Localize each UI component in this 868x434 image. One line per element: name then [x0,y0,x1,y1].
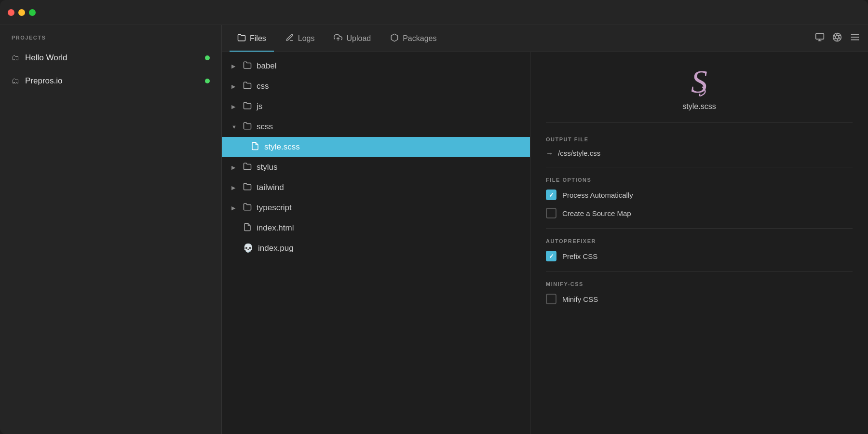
tab-files[interactable]: Files [230,25,274,52]
project-name: Hello World [25,53,199,63]
divider [546,271,853,271]
tree-item-label: css [257,81,520,91]
option-label: Create a Source Map [562,209,631,217]
folder-icon [243,61,252,71]
autoprefixer-label: AUTOPREFIXER [546,238,853,244]
right-panel: Files Logs Upload Packages [222,25,868,434]
sidebar: PROJECTS 🗂 Hello World 🗂 Prepros.io [0,25,222,434]
option-label: Prefix CSS [562,252,597,260]
chevron-down-icon: ▼ [231,124,238,130]
list-item[interactable]: ▼ scss [222,117,530,137]
file-preview: S style.scss [546,64,853,123]
tree-item-label: stylus [257,163,520,172]
checkbox-source-map[interactable] [546,208,556,218]
tree-item-label: style.scss [264,142,520,152]
sidebar-item-prepros[interactable]: 🗂 Prepros.io [0,69,221,93]
file-preview-name: style.scss [682,102,716,111]
html-file-icon [243,223,252,233]
option-label: Process Automatically [562,191,633,199]
list-item[interactable]: ▶ style.scss [222,137,530,157]
sidebar-item-hello-world[interactable]: 🗂 Hello World [0,46,221,69]
folder-icon [243,182,252,193]
option-label: Minify CSS [562,295,598,303]
tab-packages[interactable]: Packages [382,25,444,52]
list-item[interactable]: ▶ 💀 index.pug [222,238,530,258]
folder-icon [243,81,252,92]
folder-icon: 🗂 [12,77,19,85]
status-dot [205,55,210,60]
tab-logs-label: Logs [298,34,315,43]
menu-icon[interactable] [850,32,860,45]
tree-item-label: typescript [257,203,520,213]
maximize-button[interactable] [29,9,36,16]
project-name: Prepros.io [25,76,199,86]
chevron-right-icon: ▶ [231,164,238,171]
list-item[interactable]: ▶ stylus [222,157,530,177]
titlebar [0,0,868,25]
tab-packages-label: Packages [403,34,436,43]
tab-logs[interactable]: Logs [278,25,323,52]
content-area: ▶ babel ▶ css ▶ [222,52,868,434]
minimize-button[interactable] [18,9,25,16]
folder-icon [243,101,252,112]
svg-rect-1 [816,34,824,40]
magic-icon[interactable] [832,32,842,44]
tab-upload[interactable]: Upload [326,25,379,52]
list-item[interactable]: ▶ js [222,96,530,117]
tab-upload-label: Upload [346,34,371,43]
chevron-right-icon: ▶ [231,185,238,191]
details-panel: S style.scss OUTPUT FILE → /css/style.cs… [530,52,868,434]
tabs-right-buttons [815,25,860,52]
list-item[interactable]: ▶ babel [222,56,530,76]
chevron-right-icon: ▶ [231,205,238,211]
file-tree: ▶ babel ▶ css ▶ [222,52,530,434]
divider [546,167,853,167]
tree-item-label: js [257,102,520,111]
output-path: /css/style.css [558,149,600,157]
folder-icon [243,203,252,213]
output-file-row: → /css/style.css [546,149,853,157]
minify-label: MINIFY-CSS [546,281,853,287]
checkbox-minify-css[interactable] [546,294,556,304]
main-layout: PROJECTS 🗂 Hello World 🗂 Prepros.io File… [0,25,868,434]
chevron-right-icon: ▶ [231,104,238,110]
option-source-map[interactable]: Create a Source Map [546,208,853,218]
pen-icon [285,33,294,44]
chevron-right-icon: ▶ [231,83,238,90]
traffic-lights [8,9,36,16]
tree-item-label: index.html [257,223,520,233]
tree-item-label: scss [257,122,520,132]
sidebar-header: PROJECTS [0,25,221,46]
folder-icon [243,162,252,173]
pug-file-icon: 💀 [243,243,253,253]
folder-icon [243,122,252,132]
option-process-auto[interactable]: Process Automatically [546,190,853,200]
cloud-icon [334,33,342,44]
tabs-bar: Files Logs Upload Packages [222,25,868,52]
option-minify-css[interactable]: Minify CSS [546,294,853,304]
list-item[interactable]: ▶ index.html [222,218,530,238]
folder-icon: 🗂 [12,54,19,62]
arrow-right-icon: → [546,149,553,157]
tree-item-label: babel [257,61,520,71]
tree-item-label: index.pug [258,244,520,253]
list-item[interactable]: ▶ tailwind [222,177,530,198]
tab-files-label: Files [250,34,266,43]
status-dot [205,79,210,83]
scss-file-icon [251,142,259,152]
divider [546,228,853,229]
scss-logo: S [680,64,719,102]
chevron-right-icon: ▶ [231,63,238,69]
list-item[interactable]: ▶ typescript [222,198,530,218]
checkbox-process-auto[interactable] [546,190,556,200]
box-icon [390,33,399,44]
checkbox-prefix-css[interactable] [546,251,556,261]
close-button[interactable] [8,9,14,16]
option-prefix-css[interactable]: Prefix CSS [546,251,853,261]
output-file-label: OUTPUT FILE [546,136,853,142]
file-options-label: FILE OPTIONS [546,177,853,183]
tree-item-label: tailwind [257,183,520,192]
save-icon[interactable] [815,32,825,44]
folder-icon [237,33,246,44]
list-item[interactable]: ▶ css [222,76,530,96]
